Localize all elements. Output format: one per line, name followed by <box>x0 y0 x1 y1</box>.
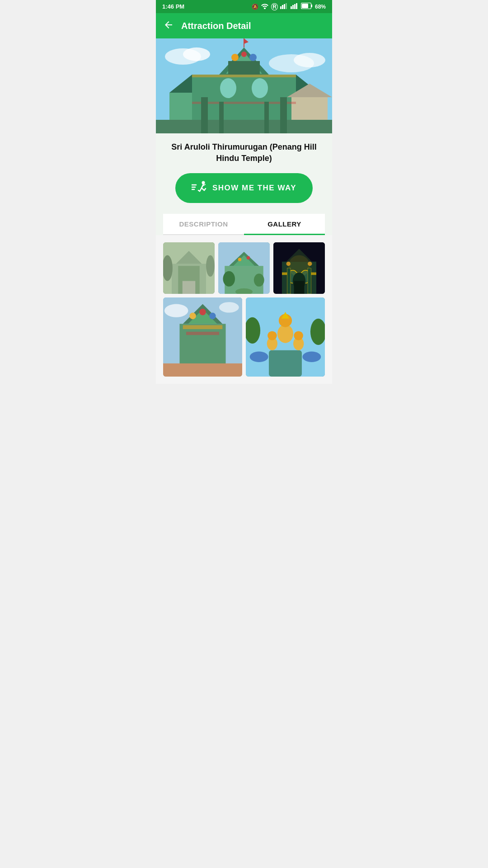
svg-point-97 <box>267 331 277 340</box>
svg-rect-20 <box>228 61 260 75</box>
tab-gallery[interactable]: GALLERY <box>244 214 325 234</box>
gallery-item-5[interactable] <box>246 297 325 377</box>
svg-point-100 <box>250 352 268 362</box>
svg-point-62 <box>254 274 264 287</box>
svg-rect-78 <box>294 281 305 294</box>
svg-rect-10 <box>302 4 308 8</box>
svg-point-85 <box>189 313 196 320</box>
registered-icon: R <box>271 3 278 10</box>
gallery-item-2[interactable] <box>218 242 270 294</box>
hero-image <box>156 38 332 133</box>
gallery-item-3[interactable] <box>273 242 325 294</box>
svg-point-90 <box>219 302 239 313</box>
svg-rect-6 <box>294 4 296 9</box>
gallery-row-2 <box>163 297 325 377</box>
svg-rect-38 <box>264 102 269 133</box>
svg-point-15 <box>294 53 325 67</box>
svg-point-87 <box>209 313 216 320</box>
attraction-name: Sri Aruloli Thirumurugan (Penang Hill Hi… <box>163 142 325 164</box>
svg-rect-1 <box>282 5 283 9</box>
svg-rect-4 <box>291 6 292 9</box>
show-way-button[interactable]: SHOW ME THE WAY <box>175 173 313 203</box>
svg-point-74 <box>308 262 312 266</box>
cta-label: SHOW ME THE WAY <box>212 184 296 193</box>
svg-rect-32 <box>156 120 332 133</box>
svg-point-101 <box>302 352 321 362</box>
toolbar: Attraction Detail <box>156 13 332 38</box>
signal-icon <box>280 3 288 10</box>
gallery-section <box>156 235 332 384</box>
svg-point-25 <box>252 78 268 98</box>
status-bar: 1:46 PM 🔕 R <box>156 0 332 13</box>
page-title: Attraction Detail <box>181 21 251 31</box>
svg-rect-2 <box>284 4 285 9</box>
svg-line-48 <box>204 189 206 190</box>
svg-rect-9 <box>311 5 312 7</box>
svg-rect-5 <box>292 5 294 9</box>
battery-percent: 68% <box>315 4 326 10</box>
svg-rect-83 <box>183 326 223 330</box>
runner-icon <box>192 180 207 196</box>
svg-rect-0 <box>280 6 282 9</box>
wifi-icon <box>261 3 269 10</box>
status-time: 1:46 PM <box>162 3 184 10</box>
svg-point-73 <box>286 262 291 266</box>
svg-point-86 <box>199 309 206 316</box>
tab-bar: DESCRIPTION GALLERY <box>163 214 325 235</box>
battery-icon <box>301 3 313 10</box>
mute-icon: 🔕 <box>252 4 258 10</box>
svg-rect-75 <box>287 268 291 294</box>
signal2-icon <box>291 3 299 10</box>
svg-rect-56 <box>163 242 215 294</box>
svg-line-46 <box>198 190 200 191</box>
svg-rect-3 <box>286 3 287 9</box>
svg-point-23 <box>249 54 257 61</box>
gallery-item-4[interactable] <box>163 297 242 377</box>
gallery-item-1[interactable] <box>163 242 215 294</box>
content-area: Sri Aruloli Thirumurugan (Penang Hill Hi… <box>156 133 332 235</box>
svg-rect-37 <box>219 102 224 133</box>
gallery-row-1 <box>163 242 325 294</box>
svg-point-99 <box>294 331 303 340</box>
svg-rect-33 <box>192 75 296 77</box>
svg-point-93 <box>277 325 293 343</box>
tab-description[interactable]: DESCRIPTION <box>163 214 244 234</box>
svg-rect-88 <box>163 363 242 377</box>
svg-point-61 <box>223 271 235 287</box>
svg-point-65 <box>247 256 250 260</box>
svg-rect-7 <box>296 3 297 9</box>
svg-rect-76 <box>308 268 311 294</box>
svg-rect-84 <box>186 332 219 335</box>
svg-rect-36 <box>280 97 287 133</box>
svg-point-89 <box>164 304 188 317</box>
back-button[interactable] <box>163 19 174 32</box>
svg-rect-92 <box>269 350 302 377</box>
svg-point-22 <box>241 52 247 57</box>
svg-point-13 <box>183 47 210 61</box>
svg-rect-35 <box>201 97 208 133</box>
svg-point-21 <box>231 54 239 61</box>
svg-point-64 <box>238 258 242 262</box>
status-icons: 🔕 R <box>252 3 326 10</box>
svg-point-24 <box>220 78 236 98</box>
